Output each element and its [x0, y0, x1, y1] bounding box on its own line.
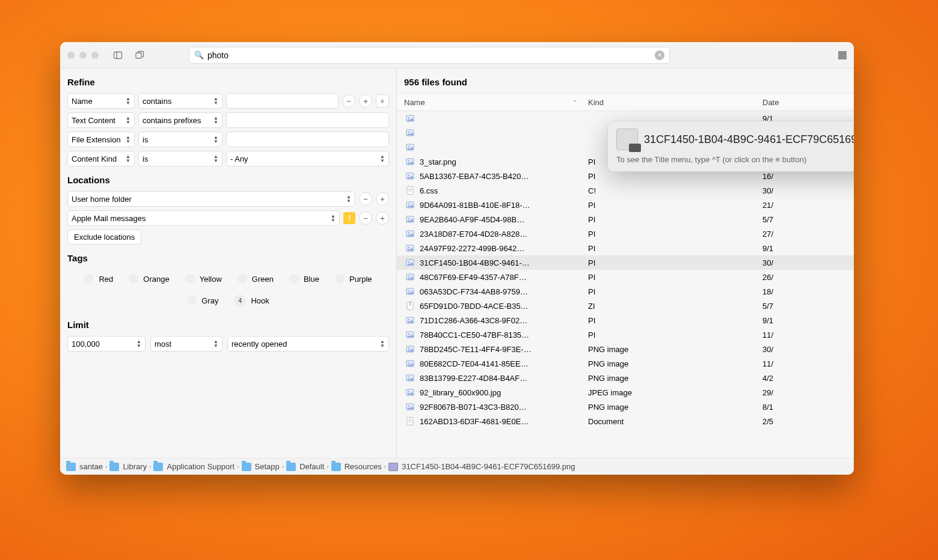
add-filter-button[interactable]: + — [359, 94, 372, 108]
close-window[interactable] — [67, 52, 75, 59]
file-kind: ZI — [583, 302, 758, 311]
file-row[interactable]: 23A18D87-E704-4D28-A828…PI27/ — [397, 227, 854, 241]
tag-orange[interactable]: Orange — [129, 274, 169, 284]
tag-gray[interactable]: Gray — [187, 294, 218, 306]
filter-value-input[interactable] — [226, 112, 389, 128]
filter-op-select[interactable]: contains▲▼ — [138, 93, 222, 109]
filter-attr-select[interactable]: Text Content▲▼ — [67, 112, 135, 128]
file-row[interactable]: 24A97F92-2272-499B-9642…PI9/1 — [397, 241, 854, 255]
file-name: 83B13799-E227-4D84-B4AF… — [420, 374, 527, 383]
filter-attr-select[interactable]: Content Kind▲▼ — [67, 151, 135, 166]
file-type-icon — [405, 359, 415, 368]
exclude-locations-button[interactable]: Exclude locations — [67, 230, 141, 245]
path-segment[interactable]: Setapp — [242, 462, 280, 471]
minimize-window[interactable] — [79, 52, 87, 59]
file-row[interactable]: 80E682CD-7E04-4141-85EE…PNG image11/ — [397, 356, 854, 371]
file-name: 80E682CD-7E04-4141-85EE… — [420, 359, 529, 368]
tag-hook[interactable]: 4Hook — [234, 294, 269, 306]
file-row[interactable]: 6.cssC!30/ — [397, 183, 854, 198]
file-row[interactable]: 31CF1450-1B04-4B9C-9461-…PI30/ — [397, 255, 854, 270]
file-row[interactable]: 9D64A091-81BB-410E-8F18-…PI21/ — [397, 198, 854, 212]
chevron-right-icon: › — [105, 463, 107, 470]
search-input[interactable] — [207, 50, 655, 60]
file-type-icon — [405, 171, 415, 181]
path-segment[interactable]: Default — [286, 462, 324, 471]
filter-op-select[interactable]: contains prefixes▲▼ — [138, 112, 222, 128]
file-row[interactable]: 063A53DC-F734-4AB8-9759…PI18/ — [397, 284, 854, 299]
filter-attr-select[interactable]: File Extension▲▼ — [67, 132, 135, 147]
path-segment[interactable]: Library — [109, 462, 147, 471]
path-segment[interactable]: Resources — [331, 462, 382, 471]
chevron-right-icon: › — [384, 463, 386, 470]
file-row[interactable]: 65FD91D0-7BDD-4ACE-B35…ZI5/7 — [397, 299, 854, 313]
windows-icon[interactable] — [131, 48, 148, 62]
tags-title: Tags — [60, 245, 396, 269]
file-date: 2/5 — [758, 417, 854, 426]
file-row[interactable]: 48C67F69-EF49-4357-A78F…PI26/ — [397, 270, 854, 284]
filter-op-select[interactable]: is▲▼ — [138, 132, 222, 147]
search-field[interactable]: 🔍 ✕ — [189, 47, 670, 64]
results-summary: 956 files found — [397, 68, 854, 93]
limit-by-select[interactable]: recently opened▲▼ — [227, 336, 389, 352]
file-row[interactable]: 162ABD13-6D3F-4681-9E0E…Document2/5 — [397, 414, 854, 428]
location-row: User home folder▲▼−+ — [60, 191, 396, 207]
filter-value-input[interactable] — [226, 132, 389, 147]
svg-point-20 — [408, 218, 409, 219]
sidebar-toggle-icon[interactable] — [109, 48, 126, 62]
file-row[interactable]: 78BD245C-7E11-4FF4-9F3E-…PNG image30/ — [397, 342, 854, 356]
file-type-icon — [405, 258, 415, 267]
col-kind[interactable]: Kind — [583, 98, 758, 107]
toolbar-extra-button[interactable] — [838, 51, 847, 59]
remove-location-button[interactable]: − — [359, 212, 372, 225]
tag-yellow[interactable]: Yellow — [185, 274, 222, 284]
file-row[interactable]: 78B40CC1-CE50-47BF-8135…PI11/ — [397, 327, 854, 342]
svg-point-10 — [408, 160, 409, 162]
filter-value-input[interactable]: - Any▲▼ — [226, 151, 389, 166]
svg-point-4 — [408, 117, 409, 118]
tag-blue[interactable]: Blue — [289, 274, 319, 284]
remove-location-button[interactable]: − — [359, 192, 372, 205]
filter-value-input[interactable] — [226, 93, 339, 109]
file-date: 26/ — [758, 273, 854, 282]
add-location-button[interactable]: + — [376, 212, 389, 225]
path-segment[interactable]: Application Support — [153, 462, 234, 471]
location-select[interactable]: User home folder▲▼ — [67, 191, 355, 207]
file-row[interactable]: 71D1C286-A366-43C8-9F02…PI9/1 — [397, 313, 854, 327]
col-name[interactable]: Name⌃ — [397, 98, 583, 107]
file-type-icon — [405, 315, 415, 325]
refine-panel: Refine Name▲▼contains▲▼−+≡Text Content▲▼… — [60, 68, 397, 458]
file-type-icon — [405, 200, 415, 210]
svg-point-24 — [408, 247, 409, 248]
hook-popover: ≡▾ 🔗 ⚙ 31CF1450-1B04-4B9C-9461-ECF79C651… — [607, 121, 854, 172]
file-name: 48C67F69-EF49-4357-A78F… — [420, 273, 527, 282]
filter-menu-button[interactable]: ≡ — [376, 94, 389, 108]
file-row[interactable]: 9EA2B640-AF9F-45D4-98B…PI5/7 — [397, 212, 854, 227]
svg-point-12 — [408, 175, 409, 176]
file-name: 3_star.png — [420, 157, 456, 166]
tag-green[interactable]: Green — [238, 274, 274, 284]
filter-attr-select[interactable]: Name▲▼ — [67, 93, 135, 109]
path-segment[interactable]: santae — [66, 462, 103, 471]
col-date[interactable]: Date — [758, 98, 854, 107]
clear-search-icon[interactable]: ✕ — [655, 50, 664, 60]
file-type-icon — [405, 157, 415, 166]
limit-count-select[interactable]: 100,000▲▼ — [67, 336, 146, 352]
svg-rect-13 — [407, 187, 413, 195]
add-location-button[interactable]: + — [376, 192, 389, 205]
tag-red[interactable]: Red — [84, 274, 113, 284]
file-row[interactable]: 92F8067B-B071-43C3-B820…PNG image8/1 — [397, 400, 854, 414]
tag-purple[interactable]: Purple — [335, 274, 372, 284]
filter-row: Name▲▼contains▲▼−+≡ — [67, 93, 389, 109]
limit-which-select[interactable]: most▲▼ — [150, 336, 222, 352]
file-kind: PI — [583, 287, 758, 296]
file-row[interactable]: 83B13799-E227-4D84-B4AF…PNG image4/2 — [397, 371, 854, 385]
filter-op-select[interactable]: is▲▼ — [138, 151, 222, 166]
refine-title: Refine — [60, 68, 396, 93]
remove-filter-button[interactable]: − — [342, 94, 355, 108]
location-select[interactable]: Apple Mail messages▲▼ — [67, 210, 340, 226]
file-row[interactable]: 92_library_600x900.jpgJPEG image29/ — [397, 385, 854, 400]
file-type-icon — [405, 301, 415, 311]
zoom-window[interactable] — [91, 52, 99, 59]
path-file[interactable]: 31CF1450-1B04-4B9C-9461-ECF79C651699.png — [388, 462, 575, 471]
warning-icon — [343, 212, 355, 224]
